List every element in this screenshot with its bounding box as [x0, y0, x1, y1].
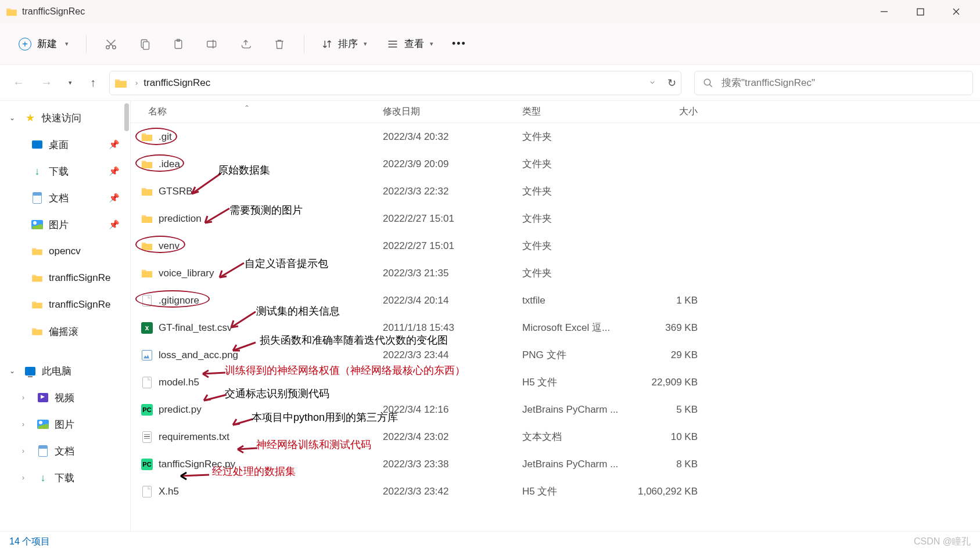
file-date: 2022/3/4 12:16 [375, 404, 514, 416]
separator [86, 35, 87, 53]
close-button[interactable] [938, 0, 974, 23]
scrollbar-thumb[interactable] [124, 103, 129, 131]
forward-button[interactable]: → [35, 71, 58, 95]
file-row[interactable]: loss_and_acc.png2022/3/3 23:44PNG 文件29 K… [131, 341, 980, 369]
file-rows: .git2022/3/4 20:32文件夹.idea2022/3/9 20:09… [131, 123, 980, 505]
sort-icon [322, 39, 332, 49]
file-row[interactable]: prediction2022/2/27 15:01文件夹 [131, 205, 980, 232]
column-size[interactable]: 大小 [630, 106, 712, 118]
sidebar-tsr1[interactable]: tranfficSignRe [0, 265, 130, 291]
file-date: 2022/3/4 20:14 [375, 295, 514, 306]
column-modified[interactable]: 修改日期 [375, 106, 514, 118]
back-button[interactable]: ← [7, 71, 30, 95]
folder-icon [31, 300, 43, 310]
breadcrumb-folder[interactable]: tranfficSignRec [143, 77, 210, 89]
file-size: 5 KB [630, 404, 712, 416]
sidebar-opencv[interactable]: opencv [0, 238, 130, 265]
sidebar-documents[interactable]: 文档📌 [0, 185, 130, 211]
sidebar-videos[interactable]: ›视频 [0, 384, 130, 411]
search-input[interactable] [721, 77, 964, 89]
recent-button[interactable]: ▾ [63, 71, 77, 95]
navigation-bar: ← → ▾ ↑ › tranfficSignRec ⌵ ↻ [0, 65, 980, 101]
file-type: 文件夹 [514, 212, 630, 225]
file-date: 2022/3/9 20:09 [375, 158, 514, 170]
file-date: 2011/1/18 15:43 [375, 322, 514, 334]
sidebar-tsr2[interactable]: tranfficSignRe [0, 291, 130, 318]
document-icon [37, 446, 49, 456]
column-type[interactable]: 类型 [514, 106, 630, 118]
column-name[interactable]: 名称⌃ [131, 106, 375, 118]
paste-button[interactable] [164, 31, 192, 57]
chevron-right-icon: › [135, 78, 138, 87]
file-icon [141, 213, 153, 225]
refresh-button[interactable]: ↻ [667, 77, 676, 89]
sidebar-this-pc[interactable]: ⌄ 此电脑 [0, 358, 130, 384]
file-icon [141, 431, 153, 443]
file-icon: PC [141, 459, 153, 470]
file-size: 369 KB [630, 322, 712, 334]
maximize-button[interactable] [902, 0, 938, 23]
main-area: ⌄ ★ 快速访问 桌面📌 ↓下载📌 文档📌 图片📌 opencv tranffi… [0, 101, 980, 531]
svg-line-18 [709, 84, 712, 87]
sidebar-quick-access[interactable]: ⌄ ★ 快速访问 [0, 104, 130, 131]
sidebar-downloads2[interactable]: ›↓下载 [0, 464, 130, 491]
file-date: 2022/2/27 15:01 [375, 240, 514, 252]
sort-button[interactable]: 排序 ▾ [315, 34, 374, 54]
file-date: 2022/3/3 23:44 [375, 349, 514, 361]
file-icon [141, 349, 153, 361]
copy-button[interactable] [131, 31, 159, 57]
address-bar[interactable]: › tranfficSignRec ⌵ ↻ [109, 71, 681, 95]
sidebar-desktop[interactable]: 桌面📌 [0, 131, 130, 158]
sidebar-documents2[interactable]: ›文档 [0, 438, 130, 464]
image-icon [31, 219, 43, 230]
sidebar-downloads[interactable]: ↓下载📌 [0, 158, 130, 185]
rename-button[interactable] [198, 31, 226, 57]
file-row[interactable]: voice_library2022/3/3 21:35文件夹 [131, 259, 980, 287]
minimize-button[interactable] [866, 0, 902, 23]
plus-icon: + [19, 38, 31, 50]
cut-button[interactable] [97, 31, 125, 57]
file-row[interactable]: requirements.txt2022/3/4 23:02文本文档10 KB [131, 423, 980, 450]
sidebar-pianyao[interactable]: 偏摇滚 [0, 318, 130, 345]
address-dropdown-button[interactable]: ⌵ [650, 77, 655, 89]
view-button[interactable]: 查看 ▾ [380, 34, 440, 54]
file-row[interactable]: PCpredict.py2022/3/4 12:16JetBrains PyCh… [131, 396, 980, 423]
download-icon: ↓ [31, 166, 43, 176]
file-list-area: 名称⌃ 修改日期 类型 大小 .git2022/3/4 20:32文件夹.ide… [131, 101, 980, 531]
delete-button[interactable] [265, 31, 293, 57]
file-row[interactable]: PCtanfficSignRec.py2022/3/3 23:38JetBrai… [131, 450, 980, 478]
search-box[interactable] [694, 71, 973, 95]
svg-rect-12 [207, 41, 216, 47]
file-date: 2022/3/4 20:32 [375, 131, 514, 143]
file-row[interactable]: model.h5H5 文件22,909 KB [131, 369, 980, 396]
file-size: 8 KB [630, 459, 712, 470]
file-row[interactable]: .gitignore2022/3/4 20:14txtfile1 KB [131, 287, 980, 314]
file-name: model.h5 [159, 377, 199, 388]
file-type: 文件夹 [514, 266, 630, 280]
file-row[interactable]: venv2022/2/27 15:01文件夹 [131, 232, 980, 259]
file-type: Microsoft Excel 逗... [514, 321, 630, 334]
file-row[interactable]: X.h52022/3/3 23:42H5 文件1,060,292 KB [131, 478, 980, 505]
chevron-down-icon: ▾ [364, 40, 367, 48]
file-row[interactable]: .idea2022/3/9 20:09文件夹 [131, 150, 980, 178]
file-type: 文件夹 [514, 157, 630, 171]
file-date: 2022/3/3 23:42 [375, 486, 514, 497]
file-row[interactable]: xGT-final_test.csv2011/1/18 15:43Microso… [131, 314, 980, 341]
sidebar-pictures[interactable]: 图片📌 [0, 211, 130, 238]
file-date: 2022/3/3 21:35 [375, 268, 514, 279]
up-button[interactable]: ↑ [81, 71, 105, 95]
file-row[interactable]: GTSRB2022/3/3 22:32文件夹 [131, 178, 980, 205]
more-button[interactable]: ••• [446, 38, 472, 50]
file-name: prediction [159, 213, 202, 225]
file-row[interactable]: .git2022/3/4 20:32文件夹 [131, 123, 980, 150]
window-title: tranfficSignRec [22, 6, 85, 17]
pin-icon: 📌 [109, 139, 120, 150]
share-button[interactable] [232, 31, 260, 57]
watermark: CSDN @瞳孔 [914, 536, 971, 548]
new-button[interactable]: + 新建 ▾ [12, 34, 76, 54]
sidebar-pictures2[interactable]: ›图片 [0, 411, 130, 438]
status-bar: 14 个项目 CSDN @瞳孔 [0, 531, 980, 552]
file-name: predict.py [159, 404, 202, 416]
file-date: 2022/3/3 22:32 [375, 186, 514, 197]
file-name: tanfficSignRec.py [159, 459, 235, 470]
